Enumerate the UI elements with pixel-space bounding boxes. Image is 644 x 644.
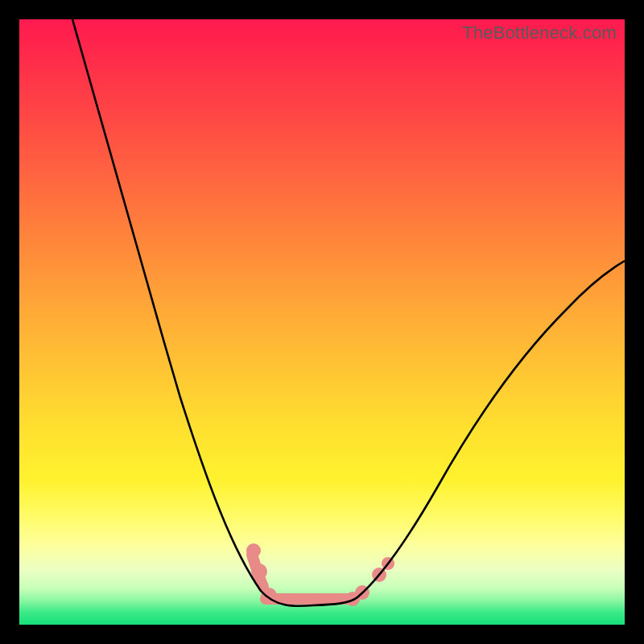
chart-svg [19,19,625,625]
marker-dot-floor-r [345,592,360,606]
plot-area: TheBottleneck.com [19,19,625,625]
marker-dot-l2 [251,564,267,580]
bottleneck-curve [72,19,625,606]
marker-dot-l1 [246,543,261,558]
outer-frame: TheBottleneck.com [0,0,644,644]
